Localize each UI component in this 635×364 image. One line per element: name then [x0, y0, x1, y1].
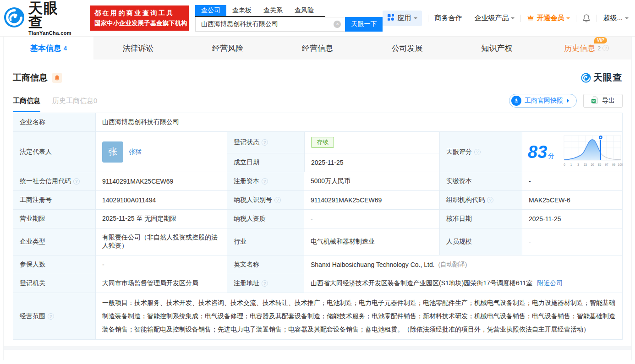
snapshot-label: 工商官网快照 — [525, 97, 563, 105]
search-tab-boss[interactable]: 查老板 — [226, 5, 257, 16]
vip-badge: VIP — [594, 37, 607, 43]
help-icon[interactable] — [262, 280, 268, 287]
help-icon[interactable] — [274, 197, 281, 203]
subtab-row: 工商信息 历史工商信息0 工商官网快照 — [13, 94, 623, 112]
help-icon[interactable] — [48, 313, 54, 320]
tab-operation-risk[interactable]: 经营风险 — [183, 37, 273, 60]
table-row: 统一社会信用代码 91140291MAK25CEW69 注册资本 5000万人民… — [13, 172, 622, 190]
top-nav: 应用 商务合作 企业级产品 开通会员 — [383, 11, 629, 26]
stamp-icon — [511, 96, 521, 106]
svg-text:0: 0 — [564, 163, 565, 166]
table-row: 营业期限 2025-11-25 至 无固定期限 纳税人资质 - 核准日期 202… — [13, 209, 622, 228]
export-button[interactable]: 导出 — [583, 94, 623, 108]
export-label: 导出 — [602, 97, 615, 105]
tab-label: 经营信息 — [302, 43, 333, 54]
search-tab-company[interactable]: 查公司 — [195, 5, 226, 16]
help-icon[interactable] — [487, 197, 493, 203]
field-label: 人员规模 — [439, 228, 522, 255]
search-tab-relation[interactable]: 查关系 — [257, 5, 289, 16]
search-button[interactable]: 天眼一下 — [345, 17, 383, 32]
help-icon[interactable] — [262, 139, 268, 146]
official-snapshot-button[interactable]: 工商官网快照 — [509, 94, 577, 108]
tianyancha-logo[interactable]: 天眼查 TianYanCha.com — [4, 1, 71, 36]
search-input[interactable] — [195, 17, 345, 32]
tab-operation-info[interactable]: 经营信息 — [273, 37, 362, 60]
field-label: 组织机构代码 — [439, 191, 522, 209]
org-code-value: MAK25CEW-6 — [522, 191, 624, 209]
tianyancha-logo-icon — [4, 7, 25, 30]
reg-status-cell: 存续 — [304, 132, 440, 153]
bell-icon — [582, 14, 591, 23]
field-label: 参保人数 — [13, 255, 95, 274]
super-label: 超级... — [603, 14, 623, 22]
company-type-value: 有限责任公司（非自然人投资或控股的法人独资） — [95, 228, 227, 255]
tab-label: 知识产权 — [481, 43, 512, 54]
tab-legal-proceedings[interactable]: 法律诉讼 — [93, 37, 183, 60]
search-tab-risk[interactable]: 查风险 — [289, 5, 320, 16]
avatar[interactable]: 张 — [102, 141, 123, 163]
chevron-down-icon — [566, 17, 570, 21]
svg-text:15: 15 — [584, 163, 587, 166]
svg-text:3: 3 — [577, 163, 579, 166]
divider — [468, 15, 468, 22]
divider — [428, 15, 428, 22]
status-badge: 存续 — [311, 137, 334, 148]
field-label: 企业名称 — [13, 113, 95, 131]
field-label: 登记机关 — [13, 274, 95, 293]
field-label: 工商注册号 — [13, 191, 95, 209]
reg-number-value: 14029100A011494 — [95, 191, 227, 209]
crown-icon — [527, 14, 534, 22]
tab-history-info[interactable]: 历史信息 VIP 2 — [542, 37, 631, 60]
help-icon[interactable] — [602, 45, 609, 51]
address-value: 山西省大同经济技术开发区装备制造产业园区(S1地块)园荣街17号调度楼611室 — [311, 279, 532, 288]
search-block: 查公司 查老板 查关系 查风险 天眼一下 — [195, 5, 383, 32]
nav-business-cooperation[interactable]: 商务合作 — [434, 14, 462, 22]
detail-tabs: 基本信息 4 法律诉讼 经营风险 经营信息 公司发展 知识产权 历史信息 VIP… — [4, 37, 631, 60]
svg-text:97: 97 — [605, 163, 608, 166]
field-label: 天眼评分 — [439, 132, 522, 172]
legal-rep-cell: 张 张猛 — [95, 132, 227, 172]
logo-title: 天眼查 — [28, 1, 71, 29]
nearby-companies-link[interactable]: 附近公司 — [537, 279, 563, 288]
notification-bell[interactable] — [582, 14, 591, 23]
help-icon[interactable] — [262, 178, 268, 185]
help-icon[interactable] — [474, 149, 481, 155]
approval-date-value: 2025-11-25 — [522, 210, 624, 228]
nav-super-account[interactable]: 超级... — [603, 14, 629, 22]
credit-code-value: 91140291MAK25CEW69 — [95, 172, 227, 190]
nav-open-vip[interactable]: 开通会员 — [527, 14, 570, 22]
clear-search-icon[interactable] — [334, 21, 341, 28]
tab-company-development[interactable]: 公司发展 — [362, 37, 452, 60]
section-brand-logo: 天眼查 — [581, 71, 622, 84]
subtab-business-info[interactable]: 工商信息 — [13, 97, 40, 112]
table-row: 企业类型 有限责任公司（非自然人投资或控股的法人独资） 行业 电气机械和器材制造… — [13, 228, 622, 255]
table-row: 参保人数 - 英文名称 Shanxi Haibosichuang Technol… — [13, 255, 622, 274]
tab-intellectual-property[interactable]: 知识产权 — [452, 37, 542, 60]
insured-count-value: - — [95, 255, 227, 274]
field-label: 登记状态 — [227, 132, 304, 153]
tab-label: 历史信息 — [564, 44, 595, 53]
svg-text:50: 50 — [591, 163, 594, 166]
english-name-value: Shanxi Haibosichuang Technology Co., Ltd… — [311, 261, 435, 268]
reg-capital-value: 5000万人民币 — [304, 172, 439, 190]
field-label: 注册资本 — [227, 172, 304, 190]
score-cell: 83 分 — [522, 132, 624, 172]
apps-menu[interactable]: 应用 — [383, 11, 422, 26]
svg-text:1: 1 — [570, 163, 572, 166]
tab-basic-info[interactable]: 基本信息 4 — [4, 37, 93, 60]
score-value: 83 分 — [528, 143, 554, 161]
legal-rep-link[interactable]: 张猛 — [129, 148, 142, 156]
section-divider — [4, 346, 631, 350]
tab-count: 4 — [64, 45, 67, 52]
subtab-history-business-info[interactable]: 历史工商信息0 — [52, 97, 97, 111]
monitor-bell-icon[interactable] — [52, 73, 62, 83]
auto-translate-note: (自动翻译) — [438, 261, 467, 269]
field-label: 英文名称 — [227, 255, 304, 274]
field-label: 法定代表人 — [13, 132, 95, 172]
status-date-column: 登记状态 存续 成立日期 2025-11-25 — [227, 132, 439, 172]
nav-enterprise-products[interactable]: 企业级产品 — [474, 14, 515, 22]
tab-label: 法律诉讼 — [123, 43, 154, 54]
help-icon[interactable] — [73, 178, 80, 185]
field-label: 实缴资本 — [439, 172, 522, 190]
taxpayer-quality-value: - — [304, 210, 439, 228]
